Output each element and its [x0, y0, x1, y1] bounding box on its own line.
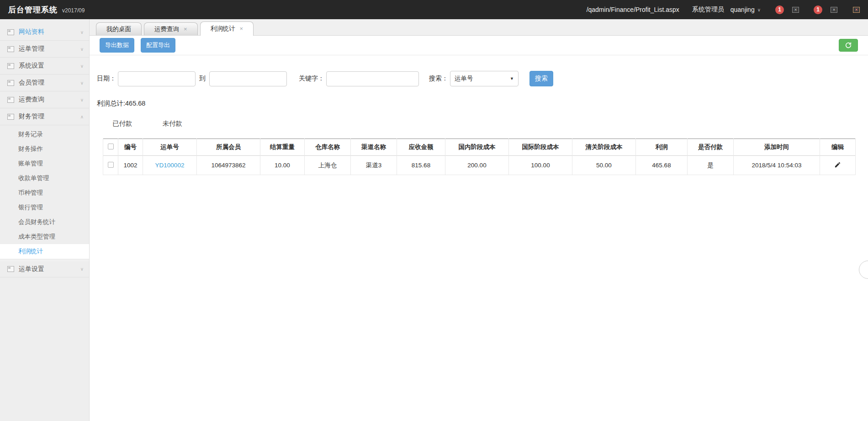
sidebar-item-label: 运费查询	[19, 96, 80, 104]
notification-badge-1[interactable]: 1	[775, 5, 784, 14]
sidebar-item-waybill-settings[interactable]: 运单设置 ∨	[0, 261, 89, 277]
search-by-label: 搜索：	[429, 75, 448, 83]
sidebar-item-website-info[interactable]: 网站资料 ∨	[0, 24, 89, 41]
chevron-down-icon: ∨	[80, 47, 84, 52]
col-header: 国内阶段成本	[445, 139, 509, 156]
broken-image-icon[interactable]: ✕	[831, 7, 837, 13]
col-header: 是否付款	[688, 139, 734, 156]
tab-my-desktop[interactable]: 我的桌面	[96, 22, 142, 35]
user-menu[interactable]: quanjing ∨	[730, 6, 761, 13]
sidebar-item-finance-mgmt[interactable]: 财务管理 ∧	[0, 108, 89, 125]
select-value: 运单号	[455, 75, 473, 83]
col-header: 国际阶段成本	[509, 139, 572, 156]
toolbar: 导出数据 配置导出	[90, 36, 868, 55]
cell-id: 1002	[118, 156, 143, 175]
search-type-select[interactable]: 运单号 ▼	[450, 71, 519, 86]
keyword-input[interactable]	[326, 71, 419, 86]
cell-intl-cost: 100.00	[509, 156, 572, 175]
broken-image-icon[interactable]: ✕	[853, 7, 860, 13]
sidebar-subitem-profit-stats[interactable]: 利润统计	[0, 244, 89, 259]
menu-icon	[7, 97, 14, 103]
sidebar-item-label: 运单设置	[19, 265, 80, 273]
menu-icon	[7, 63, 14, 69]
sidebar-item-label: 网站资料	[19, 28, 80, 36]
export-data-button[interactable]: 导出数据	[100, 38, 134, 53]
tab-label: 利润统计	[211, 23, 235, 35]
cell-member: 1064973862	[197, 156, 260, 175]
search-form: 日期： 到 关键字： 搜索： 运单号 ▼ 搜索	[97, 71, 859, 86]
sidebar-subitem-bank-mgmt[interactable]: 银行管理	[0, 200, 89, 215]
username: quanjing	[730, 6, 755, 13]
date-to-input[interactable]	[209, 71, 287, 86]
menu-icon	[7, 46, 14, 52]
tab-profit-stats[interactable]: 利润统计 ×	[200, 21, 254, 36]
sidebar: 网站资料 ∨ 运单管理 ∨ 系统设置 ∨ 会员管理 ∨ 运费查询 ∨ 财务管理 …	[0, 19, 90, 421]
menu-icon	[7, 114, 14, 120]
sidebar-subitem-bill-mgmt[interactable]: 账单管理	[0, 156, 89, 171]
select-all-checkbox[interactable]	[108, 144, 114, 149]
filter-unpaid[interactable]: 未付款	[163, 119, 183, 128]
sidebar-subitem-cost-type-mgmt[interactable]: 成本类型管理	[0, 229, 89, 244]
col-header: 运单号	[143, 139, 197, 156]
sidebar-item-label: 系统设置	[19, 62, 80, 70]
tab-strip: 我的桌面 运费查询 × 利润统计 ×	[90, 19, 868, 36]
edit-row-button[interactable]	[834, 161, 841, 168]
topbar: 后台管理系统 v2017/09 /qadmin/Finance/Profit_L…	[0, 0, 868, 19]
col-header: 清关阶段成本	[572, 139, 636, 156]
col-header: 应收金额	[397, 139, 445, 156]
cell-is-paid: 是	[688, 156, 734, 175]
col-header: 结算重量	[260, 139, 305, 156]
broken-image-icon[interactable]: ✕	[792, 7, 799, 13]
chevron-down-icon: ∨	[80, 97, 84, 102]
date-from-input[interactable]	[118, 71, 196, 86]
search-button[interactable]: 搜索	[529, 71, 553, 86]
sidebar-subitem-currency-mgmt[interactable]: 币种管理	[0, 186, 89, 200]
to-label: 到	[199, 75, 206, 83]
chevron-down-icon: ∨	[80, 266, 84, 272]
tab-freight-query[interactable]: 运费查询 ×	[144, 22, 198, 35]
sidebar-subitem-finance-records[interactable]: 财务记录	[0, 127, 89, 142]
pencil-icon	[834, 161, 841, 168]
notification-badge-2[interactable]: 1	[814, 5, 822, 14]
sidebar-item-system-settings[interactable]: 系统设置 ∨	[0, 58, 89, 75]
sidebar-item-label: 财务管理	[19, 112, 80, 121]
tab-label: 我的桌面	[106, 23, 131, 35]
tab-label: 运费查询	[154, 23, 179, 35]
profit-table: 编号 运单号 所属会员 结算重量 仓库名称 渠道名称 应收金额 国内阶段成本 国…	[103, 139, 856, 175]
waybill-link[interactable]: YD100002	[155, 162, 185, 169]
table-header-row: 编号 运单号 所属会员 结算重量 仓库名称 渠道名称 应收金额 国内阶段成本 国…	[103, 139, 856, 156]
sidebar-item-label: 运单管理	[19, 45, 80, 53]
sidebar-subitem-member-finance-stats[interactable]: 会员财务统计	[0, 215, 89, 229]
floating-button-partial[interactable]	[859, 261, 868, 279]
col-header: 编辑	[820, 139, 856, 156]
cell-weight: 10.00	[260, 156, 305, 175]
app-title: 后台管理系统	[8, 5, 58, 15]
menu-icon	[7, 80, 14, 86]
row-checkbox[interactable]	[108, 162, 114, 168]
sidebar-item-waybill-mgmt[interactable]: 运单管理 ∨	[0, 41, 89, 58]
chevron-down-icon: ∨	[80, 30, 84, 35]
sidebar-item-label: 会员管理	[19, 79, 80, 87]
col-header: 仓库名称	[305, 139, 351, 156]
refresh-button[interactable]	[839, 39, 858, 52]
sidebar-subitem-finance-operations[interactable]: 财务操作	[0, 142, 89, 156]
col-header: 渠道名称	[351, 139, 397, 156]
filter-paid[interactable]: 已付款	[112, 119, 132, 128]
table-row: 1002 YD100002 1064973862 10.00 上海仓 渠道3 8…	[103, 156, 856, 175]
sidebar-subitem-receipt-mgmt[interactable]: 收款单管理	[0, 171, 89, 186]
sidebar-item-freight-query[interactable]: 运费查询 ∨	[0, 91, 89, 108]
profit-total-text: 利润总计:465.68	[97, 99, 868, 108]
cell-warehouse: 上海仓	[305, 156, 351, 175]
export-config-button[interactable]: 配置导出	[141, 38, 175, 53]
sidebar-item-member-mgmt[interactable]: 会员管理 ∨	[0, 75, 89, 91]
date-label: 日期：	[97, 75, 116, 83]
cell-domestic-cost: 200.00	[445, 156, 509, 175]
cell-customs-cost: 50.00	[572, 156, 636, 175]
col-header: 所属会员	[197, 139, 260, 156]
cell-receivable: 815.68	[397, 156, 445, 175]
close-icon[interactable]: ×	[240, 23, 243, 35]
cell-channel: 渠道3	[351, 156, 397, 175]
close-icon[interactable]: ×	[184, 23, 187, 35]
dropdown-arrow-icon: ▼	[510, 76, 514, 81]
refresh-icon	[845, 42, 852, 49]
